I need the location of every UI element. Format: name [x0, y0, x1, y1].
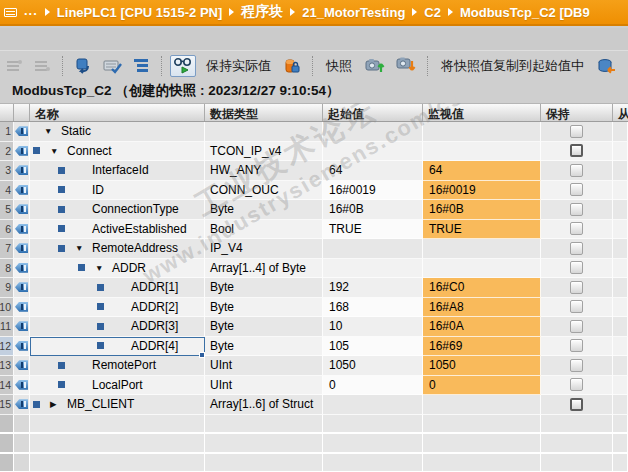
table-row[interactable]: 3InterfaceIdHW_ANY6464	[0, 161, 628, 181]
datatype-cell[interactable]: Byte	[205, 200, 323, 220]
datatype-cell[interactable]: Array[1..4] of Byte	[205, 259, 323, 279]
datatype-cell[interactable]: UInt	[205, 356, 323, 376]
datatype-cell[interactable]: Bool	[205, 220, 323, 240]
reset-start-values-button[interactable]	[71, 55, 95, 77]
collapse-icon[interactable]: ▼	[44, 126, 61, 136]
table-row[interactable]: 11ADDR[3]Byte1016#0A	[0, 317, 628, 337]
datatype-cell[interactable]: TCON_IP_v4	[205, 142, 323, 162]
collapse-icon[interactable]: ▼	[95, 263, 112, 273]
breadcrumb-ellipsis[interactable]: ...	[24, 3, 38, 18]
startvalue-cell[interactable]	[323, 259, 423, 279]
accept-values-button[interactable]	[100, 55, 125, 77]
snapshot-button[interactable]: 快照	[321, 55, 357, 77]
datatype-cell[interactable]	[205, 122, 323, 142]
name-cell[interactable]: ADDR[1]	[30, 278, 205, 298]
startvalue-cell[interactable]: 64	[323, 161, 423, 181]
insert-row-button[interactable]	[3, 55, 26, 77]
empty-table-row[interactable]	[0, 454, 628, 472]
breadcrumb-item-motortesting[interactable]: 21_MotorTesting	[302, 5, 405, 20]
breadcrumb-item-c2[interactable]: C2	[424, 5, 441, 20]
startvalue-cell[interactable]	[323, 142, 423, 162]
startvalue-cell[interactable]: 105	[323, 337, 423, 357]
table-row[interactable]: 12ADDR[4]Byte10516#69	[0, 337, 628, 357]
header-startvalue[interactable]: 起始值	[323, 104, 423, 121]
retain-checkbox[interactable]	[570, 164, 583, 177]
retain-checkbox[interactable]	[570, 183, 583, 196]
retain-checkbox[interactable]	[570, 144, 583, 157]
db-copy-disabled-button[interactable]	[624, 55, 628, 77]
datatype-cell[interactable]: CONN_OUC	[205, 181, 323, 201]
name-cell[interactable]: ▶MB_CLIENT	[30, 395, 205, 415]
header-datatype[interactable]: 数据类型	[205, 104, 323, 121]
expand-icon[interactable]: ▶	[50, 399, 67, 409]
table-row[interactable]: 15▶MB_CLIENTArray[1..6] of Struct	[0, 395, 628, 415]
name-cell[interactable]: ADDR[3]	[30, 317, 205, 337]
name-cell[interactable]: InterfaceId	[30, 161, 205, 181]
table-row[interactable]: 8▼ADDRArray[1..4] of Byte	[0, 259, 628, 279]
empty-table-row[interactable]	[0, 434, 628, 454]
name-cell[interactable]: ▼ADDR	[30, 259, 205, 279]
retain-checkbox[interactable]	[570, 398, 583, 411]
expand-members-button[interactable]	[130, 55, 153, 77]
breadcrumb-item-program-blocks[interactable]: 程序块	[241, 3, 283, 21]
breadcrumb-item-plc[interactable]: LinePLC1 [CPU 1515-2 PN]	[57, 5, 222, 20]
retain-checkbox[interactable]	[570, 359, 583, 372]
table-row[interactable]: 4IDCONN_OUC16#001916#0019	[0, 181, 628, 201]
monitor-all-button[interactable]	[170, 55, 196, 77]
table-row[interactable]: 9ADDR[1]Byte19216#C0	[0, 278, 628, 298]
header-name[interactable]: 名称	[30, 104, 205, 121]
startvalue-cell[interactable]: 16#0B	[323, 200, 423, 220]
selection-fill-handle[interactable]	[199, 352, 205, 358]
empty-table-row[interactable]	[0, 415, 628, 435]
name-cell[interactable]: ConnectionType	[30, 200, 205, 220]
add-row-button[interactable]	[31, 55, 54, 77]
retain-checkbox[interactable]	[570, 203, 583, 216]
table-row[interactable]: 5ConnectionTypeByte16#0B16#0B	[0, 200, 628, 220]
table-row[interactable]: 10ADDR[2]Byte16816#A8	[0, 298, 628, 318]
name-cell[interactable]: ADDR[2]	[30, 298, 205, 318]
name-cell[interactable]: ADDR[4]	[30, 337, 205, 357]
retain-checkbox[interactable]	[570, 320, 583, 333]
copy-snapshot-to-start-button[interactable]: 将快照值复制到起始值中	[436, 55, 589, 77]
startvalue-cell[interactable]: 1050	[323, 356, 423, 376]
datatype-cell[interactable]: Array[1..6] of Struct	[205, 395, 323, 415]
datatype-cell[interactable]: Byte	[205, 317, 323, 337]
datatype-cell[interactable]: IP_V4	[205, 239, 323, 259]
name-cell[interactable]: ▼RemoteAddress	[30, 239, 205, 259]
startvalue-cell[interactable]	[323, 122, 423, 142]
name-cell[interactable]: LocalPort	[30, 376, 205, 396]
retain-checkbox[interactable]	[570, 339, 583, 352]
table-row[interactable]: 1▼Static	[0, 122, 628, 142]
datatype-cell[interactable]: UInt	[205, 376, 323, 396]
datatype-cell[interactable]: Byte	[205, 298, 323, 318]
table-row[interactable]: 7▼RemoteAddressIP_V4	[0, 239, 628, 259]
name-cell[interactable]: RemotePort	[30, 356, 205, 376]
retain-checkbox[interactable]	[570, 222, 583, 235]
datatype-cell[interactable]: Byte	[205, 337, 323, 357]
startvalue-cell[interactable]: 0	[323, 376, 423, 396]
collapse-icon[interactable]: ▼	[50, 146, 67, 156]
name-cell[interactable]: ID	[30, 181, 205, 201]
db-copy-button[interactable]	[594, 55, 619, 77]
retain-checkbox[interactable]	[570, 300, 583, 313]
freeze-values-button[interactable]	[281, 55, 304, 77]
retain-checkbox[interactable]	[570, 125, 583, 138]
retain-checkbox[interactable]	[570, 378, 583, 391]
name-cell[interactable]: ▼Connect	[30, 142, 205, 162]
table-row[interactable]: 6ActiveEstablishedBoolTRUETRUE	[0, 220, 628, 240]
name-cell[interactable]: ▼Static	[30, 122, 205, 142]
retain-checkbox[interactable]	[570, 242, 583, 255]
startvalue-cell[interactable]: 10	[323, 317, 423, 337]
header-retain[interactable]: 保持	[541, 104, 613, 121]
startvalue-cell[interactable]: 192	[323, 278, 423, 298]
startvalue-cell[interactable]: 16#0019	[323, 181, 423, 201]
collapse-icon[interactable]: ▼	[75, 243, 92, 253]
name-cell[interactable]: ActiveEstablished	[30, 220, 205, 240]
datatype-cell[interactable]: HW_ANY	[205, 161, 323, 181]
startvalue-cell[interactable]: TRUE	[323, 220, 423, 240]
retain-checkbox[interactable]	[570, 261, 583, 274]
snapshot-download-button[interactable]	[393, 55, 419, 77]
datatype-cell[interactable]: Byte	[205, 278, 323, 298]
startvalue-cell[interactable]	[323, 395, 423, 415]
table-row[interactable]: 2▼ConnectTCON_IP_v4	[0, 142, 628, 162]
